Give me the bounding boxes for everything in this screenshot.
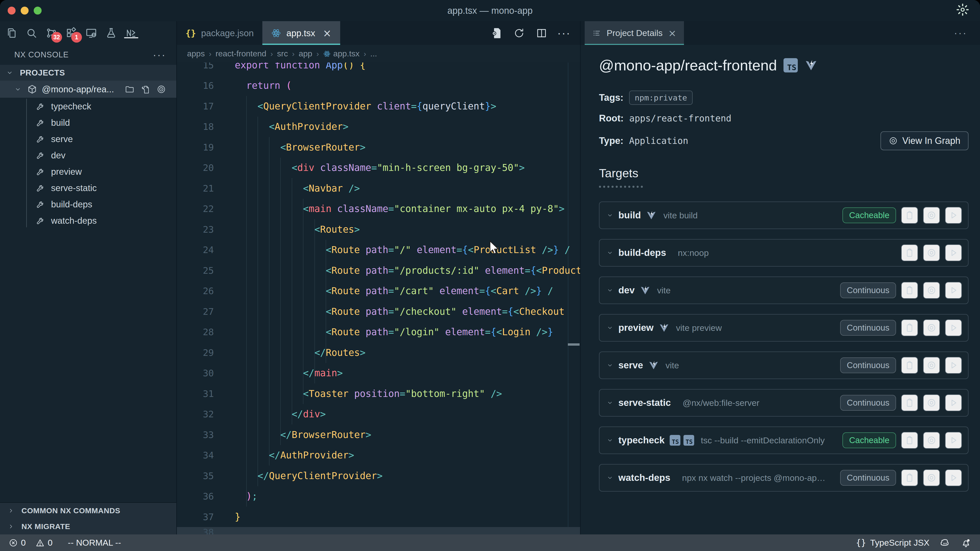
record-button[interactable] bbox=[923, 469, 940, 486]
copy-button[interactable] bbox=[901, 207, 918, 224]
activity-item-remote-explorer[interactable] bbox=[85, 27, 97, 39]
copilot-icon[interactable] bbox=[940, 537, 950, 548]
code-line-22[interactable]: 22 <main className="container mx-auto px… bbox=[177, 199, 580, 219]
settings-file-icon[interactable] bbox=[491, 27, 503, 39]
code-line-26[interactable]: 26 <Route path="/cart" element={<Cart />… bbox=[177, 281, 580, 302]
code-line-35[interactable]: 35 </QueryClientProvider> bbox=[177, 465, 580, 486]
copy-button[interactable] bbox=[901, 282, 918, 299]
project-row[interactable]: @mono-app/rea... bbox=[0, 81, 177, 98]
play-button[interactable] bbox=[945, 469, 962, 486]
activity-bar: 32 1 bbox=[0, 21, 177, 45]
activity-item-search[interactable] bbox=[25, 27, 38, 39]
close-icon[interactable]: × bbox=[323, 27, 331, 39]
refresh-icon[interactable] bbox=[513, 27, 525, 39]
chevron-down-icon[interactable] bbox=[607, 437, 613, 444]
target-command: @nx/web:file-server bbox=[682, 398, 759, 408]
view-in-graph-label: View In Graph bbox=[902, 135, 960, 146]
chevron-down-icon[interactable] bbox=[607, 287, 613, 294]
breadcrumb-item[interactable]: react-frontend bbox=[215, 49, 266, 59]
breadcrumb-item[interactable]: apps bbox=[187, 49, 205, 59]
sidebar-more-actions-icon[interactable]: ··· bbox=[153, 49, 166, 61]
gear-icon[interactable] bbox=[956, 3, 970, 17]
root-label: Root: bbox=[599, 113, 624, 124]
play-button[interactable] bbox=[945, 207, 962, 224]
code-line-19[interactable]: 19 <BrowserRouter> bbox=[177, 137, 580, 158]
code-line-31[interactable]: 31 <Toaster position="bottom-right" /> bbox=[177, 383, 580, 404]
copy-button[interactable] bbox=[901, 319, 918, 336]
copy-button[interactable] bbox=[901, 357, 918, 374]
code-line-20[interactable]: 20 <div className="min-h-screen bg-gray-… bbox=[177, 158, 580, 178]
record-button[interactable] bbox=[923, 245, 940, 261]
code-line-21[interactable]: 21 <Navbar /> bbox=[177, 178, 580, 199]
breadcrumb-item[interactable]: src bbox=[277, 49, 288, 59]
root-value: apps/react-frontend bbox=[629, 113, 732, 124]
play-button[interactable] bbox=[945, 319, 962, 336]
editor-pane[interactable]: apps›react-frontend›src›app›app.tsx›... … bbox=[177, 45, 580, 534]
activity-item-explorer[interactable] bbox=[6, 27, 18, 39]
panel-more-actions-icon[interactable]: ··· bbox=[954, 27, 980, 39]
close-icon[interactable]: × bbox=[668, 27, 676, 39]
problems-status[interactable]: 0 0 bbox=[9, 538, 52, 548]
breadcrumb-item[interactable]: app.tsx bbox=[333, 49, 360, 59]
record-button[interactable] bbox=[923, 207, 940, 224]
play-button[interactable] bbox=[945, 245, 962, 261]
chevron-down-icon[interactable] bbox=[607, 362, 613, 368]
projects-section-header[interactable]: PROJECTS bbox=[0, 65, 177, 81]
code-line-16[interactable]: 16 return ( bbox=[177, 76, 580, 96]
line-text: <Route path="/cart" element={<Cart />} / bbox=[235, 286, 553, 297]
code-line-37[interactable]: 37} bbox=[177, 507, 580, 527]
code-line-34[interactable]: 34 </AuthProvider> bbox=[177, 445, 580, 466]
copy-button[interactable] bbox=[901, 394, 918, 411]
chevron-down-icon[interactable] bbox=[607, 324, 613, 331]
activity-item-testing[interactable] bbox=[105, 27, 117, 39]
more-icon[interactable]: ··· bbox=[558, 27, 570, 39]
play-button[interactable] bbox=[945, 432, 962, 449]
code-line-36[interactable]: 36 ); bbox=[177, 486, 580, 507]
vite-icon bbox=[646, 210, 657, 221]
code-line-25[interactable]: 25 <Route path="/products/:id" element={… bbox=[177, 260, 580, 281]
record-button[interactable] bbox=[923, 319, 940, 336]
sidebar-section-nx-migrate[interactable]: NX MIGRATE bbox=[0, 519, 177, 534]
activity-item-source-control[interactable]: 32 bbox=[45, 27, 57, 39]
goto-file-icon[interactable] bbox=[141, 84, 150, 94]
breadcrumb-item[interactable]: ... bbox=[370, 49, 377, 59]
code-line-32[interactable]: 32 </div> bbox=[177, 404, 580, 425]
code-line-17[interactable]: 17 <QueryClientProvider client={queryCli… bbox=[177, 96, 580, 117]
code-line-28[interactable]: 28 <Route path="/login" element={<Login … bbox=[177, 322, 580, 343]
code-line-33[interactable]: 33 </BrowserRouter> bbox=[177, 424, 580, 445]
code-line-24[interactable]: 24 <Route path="/" element={<ProductList… bbox=[177, 240, 580, 260]
play-button[interactable] bbox=[945, 357, 962, 374]
split-icon[interactable] bbox=[536, 27, 547, 39]
copy-button[interactable] bbox=[901, 432, 918, 449]
activity-item-nx-console[interactable] bbox=[125, 27, 137, 39]
tab-project-details[interactable]: Project Details × bbox=[585, 21, 684, 45]
play-button[interactable] bbox=[945, 394, 962, 411]
tab-package.json[interactable]: {} package.json bbox=[177, 21, 262, 45]
code-line-29[interactable]: 29 </Routes> bbox=[177, 342, 580, 363]
activity-item-extensions[interactable]: 1 bbox=[65, 27, 77, 39]
record-button[interactable] bbox=[923, 394, 940, 411]
copy-button[interactable] bbox=[901, 469, 918, 486]
chevron-down-icon[interactable] bbox=[607, 475, 613, 481]
breadcrumb-item[interactable]: app bbox=[299, 49, 312, 59]
chevron-down-icon[interactable] bbox=[607, 212, 613, 219]
view-in-graph-button[interactable]: View In Graph bbox=[880, 131, 969, 150]
sidebar-section-common-nx-commands[interactable]: COMMON NX COMMANDS bbox=[0, 503, 177, 519]
chevron-down-icon[interactable] bbox=[607, 400, 613, 406]
bell-icon[interactable] bbox=[961, 537, 971, 548]
code-line-27[interactable]: 27 <Route path="/checkout" element={<Che… bbox=[177, 301, 580, 322]
play-button[interactable] bbox=[945, 282, 962, 299]
folder-icon[interactable] bbox=[125, 84, 135, 94]
project-targets-tree: typecheckbuildservedevpreviewserve-stati… bbox=[0, 98, 177, 229]
record-button[interactable] bbox=[923, 357, 940, 374]
record-button[interactable] bbox=[923, 282, 940, 299]
language-mode[interactable]: {} TypeScript JSX bbox=[856, 538, 929, 548]
tab-app.tsx[interactable]: app.tsx × bbox=[262, 21, 340, 45]
copy-button[interactable] bbox=[901, 245, 918, 261]
code-line-18[interactable]: 18 <AuthProvider> bbox=[177, 117, 580, 137]
code-line-30[interactable]: 30 </main> bbox=[177, 363, 580, 384]
record-button[interactable] bbox=[923, 432, 940, 449]
code-line-23[interactable]: 23 <Routes> bbox=[177, 219, 580, 240]
target-icon[interactable] bbox=[156, 84, 166, 94]
chevron-down-icon[interactable] bbox=[607, 249, 613, 256]
